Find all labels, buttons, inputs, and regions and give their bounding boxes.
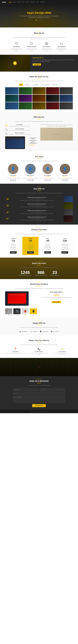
product-thumb-3[interactable]: 🍎 Apple (22, 308, 29, 316)
nav-home[interactable]: Home (9, 2, 12, 3)
news-title-2[interactable]: Standard post with preview picture 06 (11, 203, 62, 204)
filter-web[interactable]: WEB & APPS (51, 84, 59, 86)
gallery-item-2[interactable] (19, 87, 32, 94)
news-text-1: Lorem ipsum dolor sit amet, consectetur … (11, 200, 62, 201)
filter-print[interactable]: PRINT & DESIGN (41, 84, 50, 86)
team-role-3: Photographer (40, 176, 55, 177)
gallery-item-7[interactable] (19, 95, 32, 102)
hero-dot-3[interactable] (39, 20, 39, 20)
gallery-item-6[interactable] (5, 95, 19, 102)
contact-subject-input[interactable] (13, 392, 65, 395)
filter-branding[interactable]: BRANDING (24, 84, 31, 86)
team-section: THE TEAM The Team Lorem ipsum dolor sit … (0, 152, 78, 184)
portfolio-section: PORTFOLIO What We Done So Far Lorem ipsu… (0, 72, 78, 112)
divider (37, 78, 41, 79)
contact-submit-button[interactable]: Send Message (32, 404, 46, 407)
social-li-3[interactable]: in (49, 179, 51, 181)
gallery-item-12[interactable] (19, 102, 32, 110)
partner-protodure[interactable]: ◉ protodure (50, 330, 59, 333)
team-member-3: 👤 Anna Williams Photographer Lorem ipsum… (40, 164, 55, 181)
product-thumb-img-4: 📱 (30, 308, 37, 314)
social-tw-3[interactable]: t (47, 179, 49, 181)
services-grid: WEB DESIGN Lorem ipsum dolor sit amet, c… (5, 42, 73, 52)
product-thumb-label-1: Robot (5, 314, 12, 316)
partner-octavian-name: octavian (33, 331, 38, 332)
hero-dot-4[interactable] (40, 20, 41, 20)
pricing-starter-period: /month (6, 242, 20, 243)
social-fb-2[interactable]: f (27, 179, 29, 181)
product-thumb-1[interactable]: 🤖 Robot (5, 308, 12, 316)
location-desc: Lorem ipsum dolor sit amet, consectetur … (13, 344, 65, 346)
contact-message-textarea[interactable] (13, 396, 65, 403)
news-content-4: Standard post with preview picture 04 BY… (10, 216, 64, 222)
partner-graphiner[interactable]: ◈ graphiner (19, 330, 28, 333)
location-phone: 📞 Phone Numbers +1 (800) 123-4567 +1 (80… (29, 348, 49, 355)
team-social-3: f t in (40, 179, 55, 181)
news-title-1[interactable]: Standard post with preview picture 07 (11, 197, 62, 198)
social-li-4[interactable]: in (66, 179, 68, 181)
partner-manniford[interactable]: ⬟ manniford (39, 330, 48, 333)
social-li-1[interactable]: in (15, 179, 16, 181)
social-li-2[interactable]: in (32, 179, 34, 181)
map-grid-svg (0, 358, 78, 376)
filter-all[interactable]: ALL (19, 84, 23, 86)
phone-icon: 📞 (29, 348, 49, 350)
product-thumb-2[interactable]: 📷 Camera (13, 308, 21, 316)
team-text-1: Lorem ipsum dolor sit amet consectetur. (5, 178, 21, 179)
gallery-item-15[interactable] (59, 102, 73, 110)
social-fb-1[interactable]: f (10, 179, 12, 181)
divider (37, 158, 41, 159)
nav-shop[interactable]: Shop (36, 2, 39, 3)
service-development: DEVELOPMENT Lorem ipsum dolor sit amet, … (55, 42, 68, 52)
facts-title: Some Fun Facts (5, 262, 73, 264)
hero-section: Apps.Design.Web We are experienced, dedi… (0, 4, 78, 28)
pricing-business-btn[interactable]: Sign Up (27, 251, 34, 254)
filter-corporate[interactable]: CORPORATE (32, 84, 40, 86)
gallery-item-9[interactable] (46, 95, 59, 102)
social-tw-2[interactable]: t (30, 179, 31, 181)
hero-dot-1[interactable] (36, 20, 37, 20)
nav-about[interactable]: About (13, 2, 17, 3)
social-tw-1[interactable]: t (12, 179, 14, 181)
nav-pages[interactable]: Pages (26, 2, 29, 3)
who-we-are-section: ABOUT US Who We Are Lorem ipsum dolor si… (0, 112, 78, 152)
gallery-item-5[interactable] (59, 87, 73, 94)
gallery-item-1[interactable] (5, 87, 19, 94)
contact-name-input[interactable] (13, 388, 39, 391)
how-read-more-button[interactable]: Read More (33, 63, 41, 66)
product-thumb-4[interactable]: 📱 Tablet (30, 308, 37, 316)
gallery-item-4[interactable] (46, 87, 59, 94)
add-to-cart-button[interactable]: ADD TO CART (52, 301, 61, 303)
partner-octavian[interactable]: ⬡ octavian (30, 330, 38, 333)
logo[interactable]: astro (2, 1, 6, 3)
social-fb-4[interactable]: f (62, 179, 64, 181)
news-title-3[interactable]: Standard post with preview picture 05 (11, 210, 62, 211)
gallery-item-8[interactable] (32, 95, 46, 102)
social-tw-4[interactable]: t (64, 179, 66, 181)
news-title-4[interactable]: Standard post with preview picture 04 (11, 216, 62, 218)
contact-email-input[interactable] (39, 388, 65, 391)
happy-label: CLIENTS (5, 321, 73, 322)
hero-dot-2[interactable] (37, 20, 38, 20)
facts-desc: Lorem ipsum dolor sit amet, consectetur … (13, 267, 65, 268)
nav-work[interactable]: Work (17, 2, 21, 3)
nav-blog[interactable]: Blog (22, 2, 25, 3)
gallery-item-3[interactable] (32, 87, 46, 94)
pricing-starter-btn[interactable]: Sign Up (10, 251, 17, 254)
nav-gallery[interactable]: Gallery (30, 2, 35, 3)
social-fb-3[interactable]: f (45, 179, 46, 181)
gallery-item-13[interactable] (32, 102, 46, 110)
gallery-item-14[interactable] (46, 102, 59, 110)
product-thumb-img-3: 🍎 (22, 308, 29, 314)
play-button[interactable] (13, 61, 17, 65)
hero-dot-5[interactable] (41, 20, 42, 20)
pricing-basic-btn[interactable]: Sign Up (44, 251, 51, 254)
gallery-item-11[interactable] (5, 102, 19, 110)
how-text: A turkey can run up to twelve miles an h… (33, 59, 75, 62)
photography-text: Lorem ipsum dolor sit amet, consectetur … (40, 48, 53, 52)
pricing-ultra-btn[interactable]: Sign Up (61, 251, 68, 254)
nav-contact[interactable]: Contact (40, 2, 45, 3)
checkmark-icon-1: ✓ (26, 138, 27, 139)
gallery-item-10[interactable] (59, 95, 73, 102)
who-item-1-text: Lorem ipsum dolor sit amet, consectetur … (9, 126, 31, 127)
